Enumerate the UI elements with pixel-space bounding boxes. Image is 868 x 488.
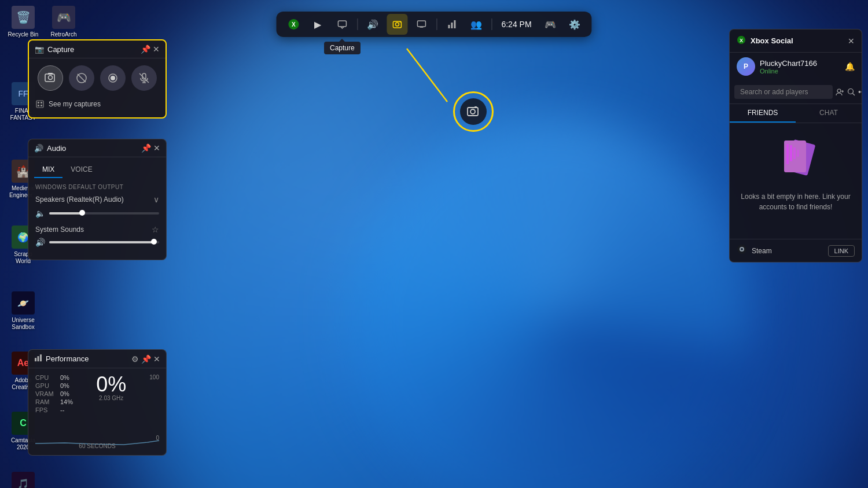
forward-button[interactable]: ▶ xyxy=(307,14,328,35)
separator-3 xyxy=(491,19,492,30)
xbox-content-area: Looks a bit empty in here. Link your acc… xyxy=(730,123,862,239)
perf-panel-title: Performance xyxy=(46,354,129,363)
perf-close-button[interactable]: ✕ xyxy=(153,354,160,364)
separator-2 xyxy=(436,19,437,30)
perf-header-icon xyxy=(34,354,42,364)
perf-stats-list: CPU 0% GPU 0% VRAM 0% RAM 14% xyxy=(35,374,73,413)
svg-text:X: X xyxy=(740,38,743,43)
svg-point-35 xyxy=(837,89,841,93)
desktop-icon-recycle-bin[interactable]: 🗑️ Recycle Bin xyxy=(6,6,41,38)
capture-panel: 📷 Capture 📌 ✕ xyxy=(28,39,167,119)
settings-button[interactable]: ⚙️ xyxy=(564,14,585,35)
svg-rect-13 xyxy=(475,106,477,108)
audio-pin-button[interactable]: 📌 xyxy=(141,143,151,153)
capture-button[interactable] xyxy=(387,14,407,35)
gamebar-toolbar: X ▶ 🔊 👥 6:24 PM 🎮 ⚙️ xyxy=(276,12,591,37)
xbox-close-button[interactable]: ✕ xyxy=(848,36,855,46)
audio-panel-body: WINDOWS DEFAULT OUTPUT Speakers (Realtek… xyxy=(28,178,166,260)
steam-label: Steam xyxy=(752,247,828,255)
yellow-circle-indicator xyxy=(453,91,494,132)
main-volume-slider[interactable] xyxy=(49,212,159,215)
xbox-button[interactable]: X xyxy=(283,14,304,35)
audio-device-name: Speakers (Realtek(R) Audio) xyxy=(35,195,124,204)
svg-line-18 xyxy=(78,74,86,82)
audio-device-row: Speakers (Realtek(R) Audio) ∨ xyxy=(35,195,159,204)
main-volume-row: 🔈 xyxy=(35,209,159,218)
svg-rect-43 xyxy=(797,150,799,157)
perf-adjust-button[interactable]: ⚙ xyxy=(131,354,139,364)
system-volume-fill xyxy=(49,241,154,243)
system-volume-slider[interactable] xyxy=(49,241,159,243)
svg-point-5 xyxy=(399,21,400,23)
display-button[interactable] xyxy=(411,14,432,35)
svg-rect-32 xyxy=(40,354,42,361)
perf-stat-gpu: GPU 0% xyxy=(35,382,73,389)
system-sounds-label: System Sounds xyxy=(35,225,84,234)
tab-mix[interactable]: MIX xyxy=(34,162,62,178)
capture-pin-button[interactable]: 📌 xyxy=(141,45,150,54)
record-button[interactable] xyxy=(100,65,126,91)
system-volume-thumb[interactable] xyxy=(151,239,157,245)
see-captures-label: See my captures xyxy=(49,100,101,108)
audio-header-icon: 🔊 xyxy=(34,144,43,153)
tab-chat[interactable]: CHAT xyxy=(796,104,862,123)
audio-panel: 🔊 Audio 📌 ✕ MIX VOICE WINDOWS DEFAULT OU… xyxy=(28,139,167,260)
capture-header-icon: 📷 xyxy=(35,45,44,54)
svg-rect-25 xyxy=(36,101,43,108)
search-or-add-players-input[interactable] xyxy=(734,85,833,99)
tab-friends[interactable]: FRIENDS xyxy=(730,104,796,123)
perf-left: CPU 0% GPU 0% VRAM 0% RAM 14% xyxy=(35,374,73,418)
perf-panel-body: CPU 0% GPU 0% VRAM 0% RAM 14% xyxy=(28,368,166,455)
performance-panel: Performance ⚙ 📌 ✕ CPU 0% GPU 0% VRAM xyxy=(28,349,167,456)
xbox-username: PluckyChart7166 xyxy=(760,59,817,68)
main-volume-fill xyxy=(49,212,82,215)
controller-button[interactable]: 🎮 xyxy=(540,14,561,35)
perf-stat-fps: FPS -- xyxy=(35,406,73,413)
xbox-social-panel: X Xbox Social ✕ P PluckyChart7166 Online… xyxy=(729,29,862,263)
circle-camera-icon xyxy=(460,98,487,125)
people-button[interactable]: 👥 xyxy=(466,14,487,35)
perf-chart-area: 60 SECONDS 0 xyxy=(35,420,159,449)
desktop-icon-retroarch[interactable]: 🎮 RetroArch xyxy=(46,6,81,38)
perf-max-value: 100 xyxy=(149,374,159,380)
stats-button[interactable] xyxy=(442,14,462,35)
system-sounds-star[interactable]: ☆ xyxy=(152,225,159,234)
search-icon[interactable] xyxy=(847,84,856,100)
social-button[interactable] xyxy=(332,14,352,35)
main-volume-thumb[interactable] xyxy=(79,210,85,216)
steam-link-button[interactable]: LINK xyxy=(828,245,855,257)
gamebar-time: 6:24 PM xyxy=(496,20,536,29)
tab-voice[interactable]: VOICE xyxy=(62,162,100,178)
xbox-panel-title: Xbox Social xyxy=(751,36,843,45)
mic-off-button[interactable] xyxy=(131,65,157,91)
svg-rect-28 xyxy=(38,105,39,106)
perf-pin-button[interactable]: 📌 xyxy=(141,354,151,364)
xbox-empty-message: Looks a bit empty in here. Link your acc… xyxy=(737,191,855,212)
no-record-button[interactable] xyxy=(69,65,94,91)
add-friend-icon[interactable] xyxy=(835,84,844,100)
xbox-empty-illustration xyxy=(773,136,819,182)
capture-close-button[interactable]: ✕ xyxy=(153,45,160,54)
capture-panel-body: See my captures xyxy=(29,58,165,117)
audio-close-button[interactable]: ✕ xyxy=(153,143,160,153)
screenshot-button[interactable] xyxy=(38,65,63,91)
svg-rect-9 xyxy=(454,20,455,28)
svg-rect-26 xyxy=(38,102,39,103)
perf-center: 0% 2.03 GHz xyxy=(73,374,149,401)
more-options-icon[interactable]: ••• xyxy=(858,84,862,100)
volume-button[interactable]: 🔊 xyxy=(362,14,383,35)
desktop-icon-itunes[interactable]: 🎵 iTunes xyxy=(6,472,41,488)
perf-right: 100 xyxy=(149,374,159,380)
xbox-search-row: ••• xyxy=(730,80,862,104)
audio-tabs: MIX VOICE xyxy=(28,157,166,178)
xbox-panel-header: X Xbox Social ✕ xyxy=(730,29,862,53)
xbox-notification-icon[interactable]: 🔔 xyxy=(845,62,855,71)
svg-rect-30 xyxy=(35,358,36,361)
svg-rect-16 xyxy=(48,73,53,75)
desktop-icon-universe-sandbox[interactable]: 🪐 Universe Sandbox xyxy=(6,291,41,331)
see-captures-link[interactable]: See my captures xyxy=(36,98,159,110)
audio-device-expand[interactable]: ∨ xyxy=(153,195,159,204)
svg-rect-29 xyxy=(41,105,42,106)
volume-icon: 🔈 xyxy=(35,209,45,218)
perf-stat-cpu: CPU 0% xyxy=(35,374,73,381)
